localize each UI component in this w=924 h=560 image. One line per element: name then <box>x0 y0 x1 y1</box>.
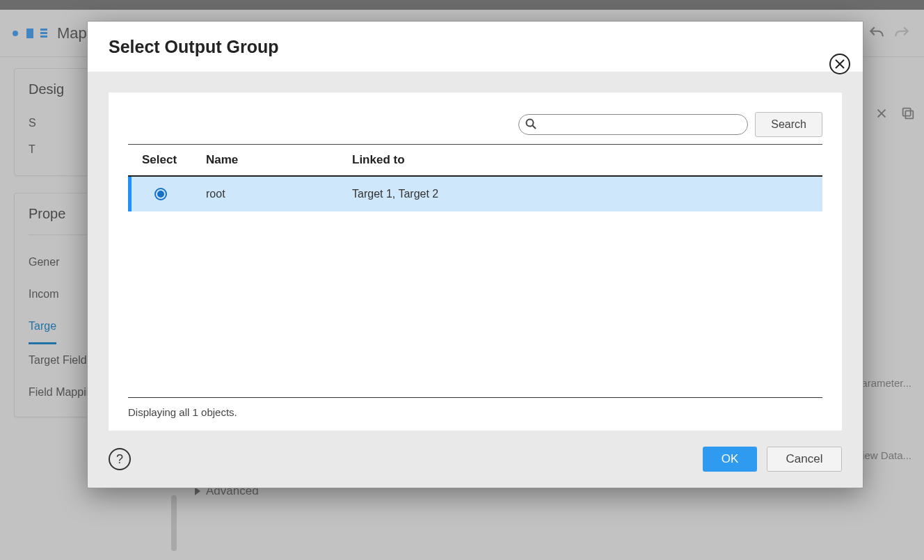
search-input[interactable] <box>518 114 748 135</box>
close-icon <box>835 59 845 69</box>
help-icon: ? <box>116 452 123 467</box>
table-header: Select Name Linked to <box>128 145 822 177</box>
row-radio[interactable] <box>154 188 167 200</box>
svg-point-2 <box>527 120 534 127</box>
column-select: Select <box>142 153 206 167</box>
cancel-button[interactable]: Cancel <box>767 447 842 472</box>
ok-button[interactable]: OK <box>703 447 757 472</box>
row-linked-to: Target 1, Target 2 <box>352 188 822 200</box>
close-button[interactable] <box>829 54 850 74</box>
table-row[interactable]: root Target 1, Target 2 <box>128 177 822 211</box>
panel-status: Displaying all 1 objects. <box>128 397 822 418</box>
search-icon <box>525 118 536 129</box>
svg-line-3 <box>533 126 536 129</box>
column-name: Name <box>206 153 352 167</box>
row-name: root <box>206 188 352 200</box>
dialog-content: Search Select Name Linked to root Target… <box>88 72 863 431</box>
search-row: Search <box>128 112 822 137</box>
dialog-title: Select Output Group <box>109 37 278 57</box>
search-box <box>518 114 748 135</box>
search-button[interactable]: Search <box>755 112 822 137</box>
column-linked-to: Linked to <box>352 153 822 167</box>
radio-dot-icon <box>157 191 164 198</box>
dialog-panel: Search Select Name Linked to root Target… <box>109 93 842 431</box>
select-output-group-dialog: Select Output Group Search Select Name L… <box>87 21 863 488</box>
help-button[interactable]: ? <box>109 448 131 470</box>
dialog-header: Select Output Group <box>88 22 863 72</box>
dialog-footer: ? OK Cancel <box>88 431 863 488</box>
